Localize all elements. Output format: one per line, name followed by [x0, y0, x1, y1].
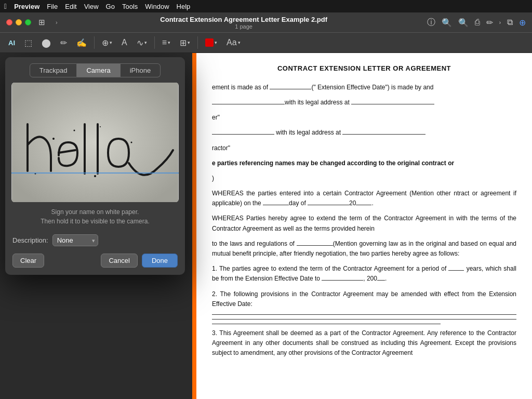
blank-8 [356, 205, 371, 205]
signature-dialog: Trackpad Camera iPhone [5, 57, 185, 275]
shape-tool-button[interactable]: ⊕▾ [99, 36, 115, 50]
toolbar-sep-1 [94, 36, 95, 49]
signature-tool-button[interactable]: ∿▾ [134, 36, 150, 50]
pdf-area[interactable]: CONTRACT EXTENSION LETTER OR AGREEMENT e… [192, 53, 532, 399]
blank-12 [377, 280, 385, 281]
minimize-button[interactable] [16, 19, 22, 25]
pdf-para-1: with its legal address at [212, 98, 516, 108]
fullscreen-icon[interactable]: ⊕ [519, 18, 526, 28]
description-select[interactable]: None Signature Initials [52, 234, 98, 246]
rectangle-tool-button[interactable]: ⬚ [21, 36, 35, 50]
svg-point-7 [100, 126, 101, 127]
text-tool-button[interactable]: A [118, 36, 130, 49]
description-row: Description: None Signature Initials [5, 231, 185, 251]
menu-file[interactable]: File [47, 3, 58, 10]
menu-help[interactable]: Help [177, 3, 191, 10]
font-icon: Aa [227, 38, 237, 47]
shape-chevron: ▾ [110, 40, 112, 45]
hello-signature-svg [11, 83, 179, 202]
blank-3 [351, 104, 434, 104]
line-2 [212, 319, 516, 320]
tab-camera[interactable]: Camera [77, 63, 120, 77]
toolbar-sep-2 [154, 36, 155, 49]
blank-6 [263, 205, 289, 205]
main-content: CONTRACT EXTENSION LETTER OR AGREEMENT e… [0, 53, 532, 399]
blank-7 [308, 205, 349, 205]
line-1 [212, 314, 516, 315]
pdf-orange-bar [192, 53, 196, 399]
clear-button[interactable]: Clear [12, 254, 44, 268]
apple-menu[interactable]:  [4, 2, 7, 10]
sidebar-chevron-button[interactable]: › [52, 17, 61, 28]
zoom-in-icon[interactable]: 🔍 [458, 18, 469, 28]
text-icon: A [122, 38, 127, 47]
blank-5 [342, 134, 425, 135]
ai-tool-button[interactable]: AI [5, 37, 18, 49]
window-title: Contract Extension Agreement Letter Exam… [160, 16, 327, 23]
signature-canvas[interactable] [11, 83, 179, 202]
ai-icon: AI [8, 39, 15, 47]
blank-11 [322, 280, 363, 281]
svg-point-5 [94, 175, 96, 177]
pdf-para-12: 3. This Agreement shall be deemed as a p… [212, 328, 516, 358]
color-chevron: ▾ [215, 40, 217, 45]
font-chevron: ▾ [238, 40, 241, 45]
view-icon: ⊞ [180, 38, 187, 48]
markup-icon[interactable]: ✏ [486, 18, 493, 28]
pdf-para-2: er" [212, 113, 516, 123]
adjustments-tool-button[interactable]: ⬤ [38, 36, 54, 50]
traffic-lights [6, 19, 31, 25]
pdf-title: CONTRACT EXTENSION LETTER OR AGREEMENT [212, 63, 516, 74]
svg-point-2 [52, 138, 55, 140]
sidebar-toggle-button[interactable]: ⊞ [35, 16, 48, 29]
font-size-button[interactable]: Aa▾ [223, 36, 244, 49]
sidebar-right-icon[interactable]: ⧉ [507, 18, 513, 27]
annotate-tool-button[interactable]: ✏ [57, 36, 70, 50]
menu-edit[interactable]: Edit [65, 3, 76, 10]
layout-chevron: ▾ [168, 40, 170, 45]
pdf-para-9: to the laws and regulations of (Mention … [212, 239, 516, 259]
pdf-para-6: ) [212, 174, 516, 183]
adjust-icon: ⬤ [42, 38, 51, 48]
tab-trackpad[interactable]: Trackpad [30, 63, 77, 77]
maximize-button[interactable] [25, 19, 31, 25]
pdf-para-7: WHEREAS the parties entered into a certa… [212, 189, 516, 208]
menu-preview[interactable]: Preview [14, 3, 39, 10]
sig-chevron: ▾ [144, 40, 147, 45]
share-icon[interactable]: ⎙ [475, 18, 480, 27]
zoom-out-icon[interactable]: 🔍 [442, 18, 452, 28]
markup-chevron[interactable]: › [499, 20, 501, 25]
blank-1 [270, 89, 311, 89]
menu-go[interactable]: Go [106, 3, 115, 10]
menu-view[interactable]: View [84, 3, 99, 10]
color-icon [205, 38, 214, 47]
color-tool-button[interactable]: ▾ [202, 36, 220, 49]
blank-9 [297, 245, 333, 246]
close-button[interactable] [6, 19, 12, 25]
menu-bar:  Preview File Edit View Go Tools Window… [0, 0, 532, 12]
info-icon[interactable]: ⓘ [427, 17, 435, 28]
rectangle-icon: ⬚ [24, 38, 32, 48]
blank-4 [212, 134, 274, 135]
cancel-button[interactable]: Cancel [101, 254, 137, 268]
line-3 [212, 324, 441, 324]
pdf-para-5: e parties referencing names may be chang… [212, 158, 516, 168]
tab-iphone[interactable]: iPhone [121, 63, 161, 77]
menu-window[interactable]: Window [145, 3, 169, 10]
layout-tool-button[interactable]: ≡▾ [159, 36, 174, 49]
dialog-buttons: Clear Cancel Done [5, 251, 185, 275]
window-subtitle: 1 page [235, 23, 252, 30]
sketch-icon: ✍ [76, 38, 87, 48]
sketch-tool-button[interactable]: ✍ [73, 36, 90, 50]
shape-icon: ⊕ [102, 38, 109, 48]
svg-point-3 [74, 130, 75, 131]
pdf-para-8: WHEREAS Parties hereby agree to extend t… [212, 214, 516, 233]
view-chevron: ▾ [188, 40, 190, 45]
signature-instruction: Sign your name on white paper. Then hold… [11, 207, 179, 226]
view-tool-button[interactable]: ⊞▾ [177, 36, 193, 50]
done-button[interactable]: Done [142, 254, 178, 268]
blank-2 [212, 104, 285, 104]
pdf-para-4: ractor" [212, 143, 516, 153]
menu-tools[interactable]: Tools [122, 3, 138, 10]
layout-icon: ≡ [162, 38, 167, 47]
